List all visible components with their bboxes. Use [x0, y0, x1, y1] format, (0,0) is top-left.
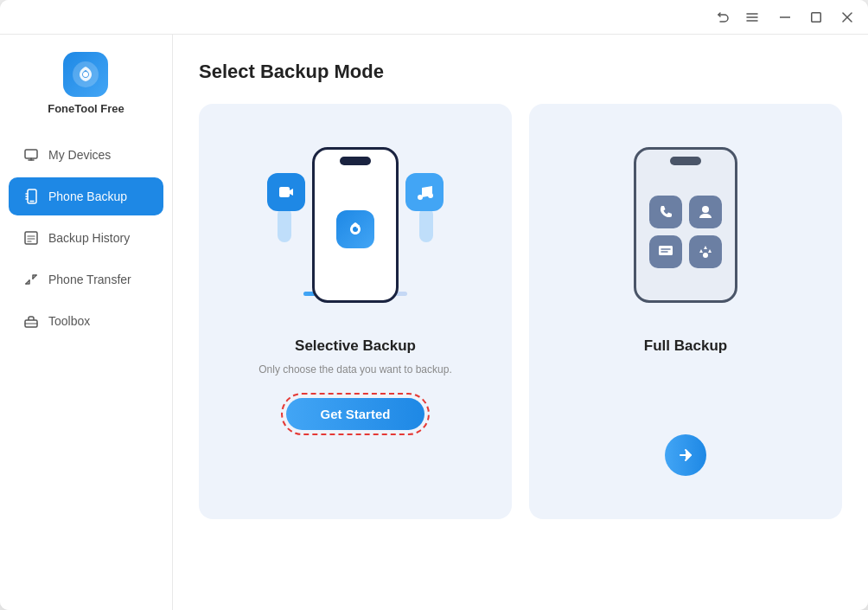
page-title: Select Backup Mode: [199, 61, 842, 83]
right-handle: [419, 208, 433, 242]
svg-rect-4: [812, 12, 821, 22]
menu-button[interactable]: [740, 5, 764, 29]
phone-transfer-icon: [22, 271, 40, 288]
full-card-title: Full Backup: [644, 337, 727, 355]
selective-card-title: Selective Backup: [295, 337, 416, 355]
sidebar-item-backup-history[interactable]: Backup History: [9, 219, 163, 257]
svg-rect-14: [25, 232, 37, 244]
full-illustration: [590, 130, 781, 320]
sidebar-item-label: Phone Backup: [48, 189, 127, 203]
sidebar-item-label: Toolbox: [48, 314, 90, 328]
person-grid-icon: [689, 196, 722, 228]
maximize-button[interactable]: [804, 5, 828, 29]
title-bar: [0, 0, 868, 35]
selective-backup-card: Selective Backup Only choose the data yo…: [199, 104, 512, 519]
full-backup-arrow-button[interactable]: [665, 434, 706, 476]
video-float-icon: [267, 173, 305, 211]
full-phone-notch: [670, 157, 701, 165]
main-layout: FoneTool Free My Devices: [0, 35, 868, 610]
selective-card-desc: Only choose the data you want to backup.: [258, 362, 451, 377]
app-window: FoneTool Free My Devices: [0, 0, 868, 610]
devices-icon: [22, 146, 40, 164]
svg-point-20: [418, 195, 423, 200]
close-button[interactable]: [835, 5, 859, 29]
left-handle: [278, 208, 291, 242]
sidebar-item-phone-backup[interactable]: Phone Backup: [9, 177, 163, 215]
svg-point-28: [703, 253, 708, 258]
logo-text: FoneTool Free: [48, 102, 124, 115]
appstore-grid-icon: [689, 235, 722, 268]
nav-items: My Devices Phone Backup: [0, 136, 172, 340]
full-phone-body: [634, 147, 737, 303]
svg-rect-9: [25, 150, 37, 158]
sidebar-item-toolbox[interactable]: Toolbox: [9, 302, 163, 340]
full-backup-card: Full Backup: [529, 104, 842, 519]
svg-rect-25: [659, 246, 673, 255]
sidebar-item-label: Backup History: [48, 231, 130, 245]
sidebar: FoneTool Free My Devices: [0, 35, 173, 610]
svg-point-21: [428, 193, 433, 198]
backup-history-icon: [22, 229, 40, 247]
sidebar-item-phone-transfer[interactable]: Phone Transfer: [9, 260, 163, 299]
sidebar-item-devices[interactable]: My Devices: [9, 136, 163, 174]
toolbox-icon: [22, 312, 40, 330]
phone-notch: [340, 157, 371, 165]
phone-grid-icon: [649, 196, 682, 228]
message-grid-icon: [649, 235, 682, 268]
music-float-icon: [405, 173, 444, 211]
cards-row: Selective Backup Only choose the data yo…: [199, 104, 842, 519]
get-started-button[interactable]: Get Started: [286, 398, 425, 430]
app-grid: [641, 196, 731, 268]
sidebar-item-label: Phone Transfer: [48, 273, 131, 286]
svg-point-23: [702, 206, 709, 213]
content-area: Select Backup Mode: [173, 35, 868, 610]
phone-body: [312, 147, 399, 303]
title-bar-extra: [711, 5, 764, 29]
svg-point-8: [83, 72, 88, 77]
phone-backup-icon: [22, 188, 40, 205]
app-center-icon: [336, 210, 374, 248]
title-bar-controls: [773, 5, 859, 29]
undo-button[interactable]: [711, 5, 735, 29]
minimize-button[interactable]: [773, 5, 797, 29]
app-logo-icon: [63, 52, 108, 97]
sidebar-item-label: My Devices: [48, 148, 111, 162]
selective-illustration: [260, 130, 450, 320]
logo-area: FoneTool Free: [48, 52, 124, 115]
